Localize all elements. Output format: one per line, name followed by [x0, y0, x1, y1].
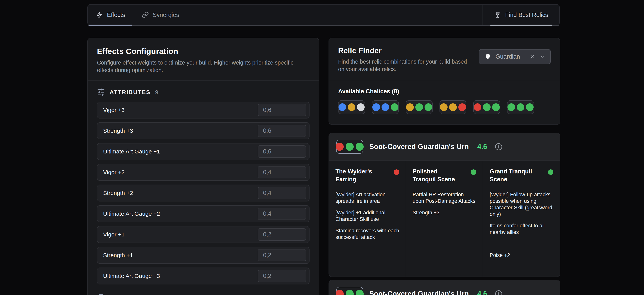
green-dot	[346, 143, 354, 151]
attributes-list: Vigor +3 Strength +3 Ultimate Art Gauge …	[97, 102, 310, 284]
amber-dot	[440, 103, 448, 111]
attribute-weight-input[interactable]	[258, 228, 306, 241]
attribute-weight-input[interactable]	[258, 249, 306, 262]
main-tab-bar: Effects Synergies Find Best Relics	[87, 4, 560, 26]
attribute-weight-input[interactable]	[258, 125, 306, 137]
green-dot	[391, 103, 398, 111]
attribute-weight-row: Strength +1	[97, 247, 310, 264]
relic-name: The Wylder's Earring	[336, 168, 384, 183]
effects-config-title: Effects Configuration	[97, 47, 310, 56]
chalice-chip[interactable]	[473, 100, 500, 114]
relic-tool-page: Effects Synergies Find Best Relics Effec…	[0, 0, 644, 295]
link-icon	[142, 12, 149, 18]
guardian-bird-icon	[484, 53, 492, 60]
green-dot	[517, 103, 524, 111]
green-dot	[356, 143, 364, 151]
tab-effects[interactable]: Effects	[88, 4, 134, 25]
tab-synergies[interactable]: Synergies	[134, 4, 188, 25]
info-icon[interactable]	[495, 290, 502, 295]
green-dot	[424, 103, 432, 111]
relic-combination-header: Soot-Covered Guardian's Urn 4.6	[329, 280, 560, 295]
relic-name: Polished Tranquil Scene	[413, 168, 461, 183]
info-icon[interactable]	[495, 143, 502, 150]
green-dot	[346, 290, 354, 295]
attribute-weight-input[interactable]	[258, 208, 306, 220]
chalice-dots	[440, 103, 466, 111]
chalices-list	[338, 100, 551, 116]
attribute-weight-input[interactable]	[258, 104, 306, 116]
chalice-chip[interactable]	[406, 100, 432, 114]
chalice-chip[interactable]	[440, 100, 466, 114]
attribute-weight-input[interactable]	[258, 187, 306, 199]
attribute-weight-input[interactable]	[258, 270, 306, 282]
red-dot	[336, 290, 344, 295]
effects-config-description: Configure effect weights to optimize you…	[97, 59, 301, 74]
character-filter-select[interactable]: Guardian	[479, 49, 551, 64]
attribute-weight-row: Strength +2	[97, 184, 310, 202]
chalice-dots	[372, 103, 398, 111]
attribute-label: Ultimate Art Gauge +3	[103, 273, 160, 279]
chevron-down-icon[interactable]	[539, 54, 545, 60]
result-chalice-chip	[336, 140, 363, 154]
relic-combination-title: Soot-Covered Guardian's Urn	[369, 143, 469, 151]
result-chalice-chip	[336, 287, 363, 295]
amber-dot	[406, 103, 414, 111]
attribute-weight-row: Vigor +1	[97, 226, 310, 243]
tab-effects-label: Effects	[107, 12, 125, 18]
tab-find-best-label: Find Best Relics	[505, 12, 548, 18]
relic-column-header: Polished Tranquil Scene	[413, 168, 476, 183]
amber-dot	[348, 103, 356, 111]
divider	[329, 81, 560, 81]
attribute-weight-row: Vigor +2	[97, 164, 310, 181]
relic-finder-description: Find the best relic combinations for you…	[338, 58, 472, 73]
available-chalices-heading: Available Chalices (8)	[338, 88, 551, 95]
relic-effects-list: [Wylder] Follow-up attacks possible when…	[490, 191, 553, 258]
chalice-dots	[338, 103, 365, 111]
relic-effect: Items confer effect to all nearby allies	[490, 222, 553, 236]
zap-icon	[96, 12, 103, 18]
relic-color-dot	[548, 170, 553, 175]
attribute-label: Vigor +3	[103, 107, 124, 113]
relic-combination-title: Soot-Covered Guardian's Urn	[369, 290, 469, 295]
tab-synergies-label: Synergies	[153, 12, 179, 18]
relic-combination-header: Soot-Covered Guardian's Urn 4.6	[329, 133, 560, 160]
find-best-tab-indicator	[490, 24, 552, 26]
attribute-weight-row: Strength +3	[97, 122, 310, 139]
attribute-weight-input[interactable]	[258, 166, 306, 178]
active-tab-indicator	[89, 24, 132, 26]
green-dot	[508, 103, 515, 111]
attribute-weight-input[interactable]	[258, 146, 306, 158]
green-dot	[415, 103, 423, 111]
attribute-label: Strength +3	[103, 128, 133, 134]
character-specific-section-header: CHARACTER SPECIFIC 3	[97, 294, 310, 295]
tab-find-best-relics[interactable]: Find Best Relics	[482, 4, 559, 25]
chalice-chip[interactable]	[372, 100, 399, 114]
chalice-chip[interactable]	[507, 100, 534, 114]
blue-dot	[338, 103, 346, 111]
sliders-icon	[97, 88, 105, 96]
relic-finder-column: Relic Finder Find the best relic combina…	[328, 38, 560, 295]
relic-column-header: Grand Tranquil Scene	[490, 168, 553, 183]
blue-dot	[372, 103, 380, 111]
effects-configuration-panel: Effects Configuration Configure effect w…	[87, 38, 319, 295]
divider	[88, 80, 319, 81]
blue-dot	[382, 103, 389, 111]
red-dot	[458, 103, 466, 111]
relic-column: Grand Tranquil Scene [Wylder] Follow-up …	[483, 160, 560, 276]
user-circle-icon	[97, 294, 105, 295]
attribute-weight-row: Ultimate Art Gauge +1	[97, 143, 310, 160]
relic-effect: Strength +3	[413, 209, 476, 216]
attribute-label: Ultimate Art Gauge +1	[103, 148, 160, 155]
relic-column: Polished Tranquil Scene Partial HP Resto…	[406, 160, 483, 276]
attributes-section-count: 9	[155, 89, 158, 96]
relic-column-header: The Wylder's Earring	[336, 168, 399, 183]
relic-combination-card: Soot-Covered Guardian's Urn 4.6 The Wyld…	[328, 133, 560, 277]
red-dot	[474, 103, 481, 111]
chalice-chip[interactable]	[338, 100, 365, 114]
chalice-dots	[406, 103, 432, 111]
clear-filter-icon[interactable]	[529, 54, 535, 60]
attribute-label: Ultimate Art Gauge +2	[103, 210, 160, 217]
relic-effects-list: Partial HP Restoration upon Post-Damage …	[413, 191, 476, 216]
attributes-section-label: ATTRIBUTES	[110, 89, 150, 96]
relic-columns: The Wylder's Earring [Wylder] Art activa…	[329, 160, 560, 276]
